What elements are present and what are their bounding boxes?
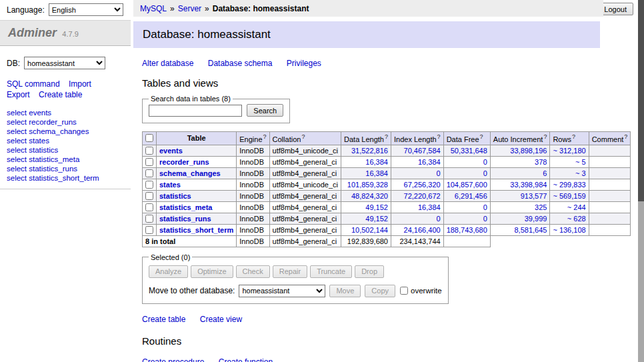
sidebar-item-select-statistics[interactable]: select statistics	[7, 145, 131, 155]
table-link[interactable]: schema_changes	[159, 169, 221, 177]
row-checkbox[interactable]	[145, 192, 153, 200]
breadcrumb-server-link[interactable]: Server	[178, 4, 201, 13]
row-checkbox[interactable]	[145, 215, 153, 223]
row-checkbox[interactable]	[145, 226, 153, 234]
rows-count-link[interactable]: ~ 244	[567, 203, 586, 211]
auto-increment-link[interactable]: 33,398,984	[510, 181, 547, 189]
auto-increment-link[interactable]: 378	[535, 158, 547, 166]
table-link[interactable]: recorder_runs	[159, 158, 209, 166]
overwrite-checkbox[interactable]	[400, 287, 408, 295]
sidebar-item-select-statistics-short-term[interactable]: select statistics_short_term	[7, 173, 131, 183]
data-free-link[interactable]: 0	[483, 158, 487, 166]
search-input[interactable]	[149, 105, 242, 117]
data-free-link[interactable]: 0	[483, 215, 487, 223]
help-icon[interactable]: ?	[572, 133, 575, 140]
select-all-checkbox[interactable]	[145, 134, 153, 142]
language-select[interactable]: English	[49, 3, 123, 16]
optimize-button[interactable]: Optimize	[191, 265, 233, 278]
scrollbar[interactable]	[638, 0, 644, 362]
index-length-link[interactable]: 70,467,584	[404, 147, 441, 155]
create-view-link[interactable]: Create view	[200, 315, 242, 324]
help-icon[interactable]: ?	[480, 133, 483, 140]
table-link[interactable]: statistics_meta	[159, 203, 213, 211]
help-icon[interactable]: ?	[624, 133, 627, 140]
sidebar-item-select-schema-changes[interactable]: select schema_changes	[7, 127, 131, 136]
sidebar-item-select-statistics-meta[interactable]: select statistics_meta	[7, 155, 131, 164]
data-length-link[interactable]: 16,384	[365, 158, 388, 166]
sidebar-item-select-statistics-runs[interactable]: select statistics_runs	[7, 164, 131, 173]
privileges-link[interactable]: Privileges	[287, 59, 321, 68]
help-icon[interactable]: ?	[543, 133, 547, 140]
table-link[interactable]: events	[159, 147, 183, 155]
breadcrumb-mysql-link[interactable]: MySQL	[140, 4, 167, 13]
row-checkbox[interactable]	[145, 169, 153, 177]
export-link[interactable]: Export	[7, 90, 30, 99]
data-length-link[interactable]: 101,859,328	[347, 181, 388, 189]
drop-button[interactable]: Drop	[355, 265, 384, 278]
index-length-link[interactable]: 16,384	[418, 158, 441, 166]
data-free-link[interactable]: 188,743,680	[447, 226, 487, 234]
create-function-link[interactable]: Create function	[219, 357, 273, 362]
data-free-link[interactable]: 0	[483, 169, 487, 177]
sidebar-item-select-events[interactable]: select events	[7, 108, 131, 117]
data-length-link[interactable]: 10,502,144	[351, 226, 388, 234]
create-table-link[interactable]: Create table	[39, 90, 82, 99]
data-length-link[interactable]: 16,384	[365, 169, 388, 177]
index-length-link[interactable]: 16,384	[418, 203, 441, 211]
rows-count-link[interactable]: ~ 299,833	[553, 181, 585, 189]
column-header-table[interactable]: Table	[157, 132, 237, 145]
table-link[interactable]: statistics_runs	[159, 215, 211, 223]
row-checkbox[interactable]	[145, 181, 153, 189]
auto-increment-link[interactable]: 39,999	[525, 215, 547, 223]
auto-increment-link[interactable]: 8,581,645	[514, 226, 547, 234]
adminer-logo[interactable]: Adminer	[8, 26, 57, 39]
rows-count-link[interactable]: ~ 628	[567, 215, 586, 223]
index-length-link[interactable]: 0	[437, 215, 441, 223]
help-icon[interactable]: ?	[301, 133, 305, 140]
truncate-button[interactable]: Truncate	[310, 265, 352, 278]
data-free-link[interactable]: 6,291,456	[455, 192, 487, 200]
help-icon[interactable]: ?	[385, 133, 388, 140]
rows-count-link[interactable]: ~ 569,159	[553, 192, 585, 200]
data-length-link[interactable]: 31,522,816	[351, 147, 388, 155]
repair-button[interactable]: Repair	[273, 265, 307, 278]
data-length-link[interactable]: 48,824,320	[351, 192, 388, 200]
table-link[interactable]: statistics_short_term	[159, 226, 233, 234]
create-procedure-link[interactable]: Create procedure	[142, 357, 204, 362]
sidebar-item-select-recorder-runs[interactable]: select recorder_runs	[7, 117, 131, 127]
data-length-link[interactable]: 49,152	[365, 215, 388, 223]
table-link[interactable]: statistics	[159, 192, 191, 200]
index-length-link[interactable]: 24,166,400	[404, 226, 441, 234]
data-free-link[interactable]: 104,857,600	[447, 181, 487, 189]
table-link[interactable]: states	[159, 181, 181, 189]
sidebar-item-select-states[interactable]: select states	[7, 136, 131, 145]
search-button[interactable]: Search	[247, 104, 283, 117]
help-icon[interactable]: ?	[263, 133, 267, 140]
check-button[interactable]: Check	[236, 265, 270, 278]
row-checkbox[interactable]	[145, 147, 153, 155]
copy-button[interactable]: Copy	[365, 285, 395, 297]
rows-count-link[interactable]: ~ 136,108	[553, 226, 585, 234]
analyze-button[interactable]: Analyze	[149, 265, 188, 278]
rows-count-link[interactable]: ~ 3	[575, 169, 586, 177]
data-free-link[interactable]: 0	[483, 203, 487, 211]
move-db-select[interactable]: homeassistant	[239, 285, 325, 297]
row-checkbox[interactable]	[145, 203, 153, 211]
row-checkbox[interactable]	[145, 158, 153, 166]
auto-increment-link[interactable]: 325	[535, 203, 547, 211]
index-length-link[interactable]: 0	[437, 169, 441, 177]
scrollbar-thumb[interactable]	[638, 0, 644, 201]
index-length-link[interactable]: 67,256,320	[404, 181, 441, 189]
data-free-link[interactable]: 50,331,648	[451, 147, 487, 155]
import-link[interactable]: Import	[69, 79, 91, 89]
create-table-bottom-link[interactable]: Create table	[142, 315, 185, 324]
auto-increment-link[interactable]: 913,577	[521, 192, 547, 200]
auto-increment-link[interactable]: 33,898,196	[510, 147, 547, 155]
db-select[interactable]: homeassistant	[24, 57, 105, 69]
sql-command-link[interactable]: SQL command	[7, 79, 60, 89]
move-button[interactable]: Move	[329, 285, 361, 297]
data-length-link[interactable]: 49,152	[365, 203, 388, 211]
auto-increment-link[interactable]: 6	[543, 169, 547, 177]
database-schema-link[interactable]: Database schema	[208, 59, 273, 68]
index-length-link[interactable]: 72,220,672	[404, 192, 441, 200]
